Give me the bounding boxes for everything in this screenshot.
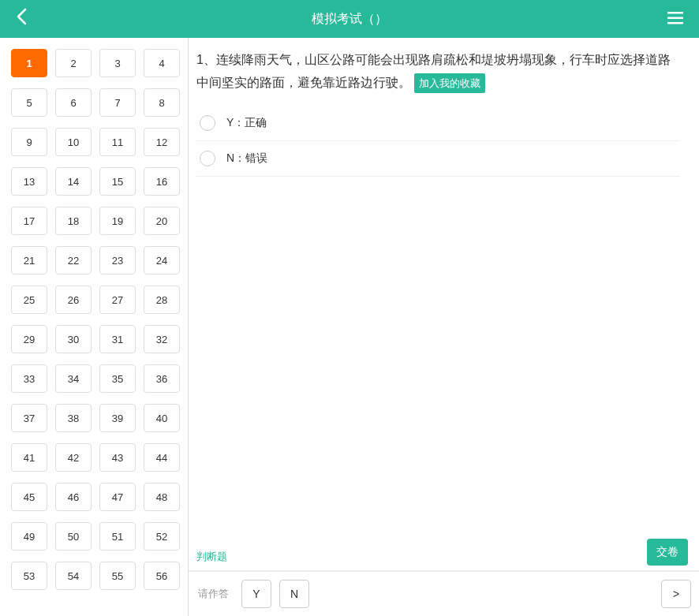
question-nav-1[interactable]: 1 bbox=[11, 49, 47, 77]
question-nav-11[interactable]: 11 bbox=[99, 128, 136, 156]
question-nav-34[interactable]: 34 bbox=[55, 364, 92, 393]
submit-button[interactable]: 交卷 bbox=[647, 539, 688, 566]
question-nav-14[interactable]: 14 bbox=[55, 167, 92, 196]
question-nav-41[interactable]: 41 bbox=[11, 443, 47, 472]
main: 1234567891011121314151617181920212223242… bbox=[0, 38, 699, 616]
question-nav-47[interactable]: 47 bbox=[99, 483, 136, 511]
question-type-label: 判断题 bbox=[189, 543, 699, 571]
question-nav-20[interactable]: 20 bbox=[144, 207, 180, 235]
question-nav-21[interactable]: 21 bbox=[11, 246, 47, 274]
radio-icon bbox=[200, 115, 215, 131]
question-nav-29[interactable]: 29 bbox=[11, 325, 47, 353]
question-nav-26[interactable]: 26 bbox=[55, 286, 92, 314]
question-nav-30[interactable]: 30 bbox=[55, 325, 92, 353]
question-nav-40[interactable]: 40 bbox=[144, 404, 180, 432]
question-nav-53[interactable]: 53 bbox=[11, 562, 47, 590]
question-nav-5[interactable]: 5 bbox=[11, 88, 47, 117]
question-nav-43[interactable]: 43 bbox=[99, 443, 136, 472]
question-nav-32[interactable]: 32 bbox=[144, 325, 180, 353]
question-nav-6[interactable]: 6 bbox=[55, 88, 92, 117]
question-nav-33[interactable]: 33 bbox=[11, 364, 47, 393]
answer-prompt: 请作答 bbox=[196, 587, 229, 601]
answer-footer: 请作答 YN > bbox=[189, 571, 699, 616]
question-nav-8[interactable]: 8 bbox=[144, 88, 180, 117]
options-list: Y：正确N：错误 bbox=[196, 106, 680, 177]
option-Y[interactable]: Y：正确 bbox=[196, 106, 680, 141]
question-nav-28[interactable]: 28 bbox=[144, 286, 180, 314]
question-nav-2[interactable]: 2 bbox=[55, 49, 92, 77]
question-nav-4[interactable]: 4 bbox=[144, 49, 180, 77]
question-nav-27[interactable]: 27 bbox=[99, 286, 136, 314]
question-nav-56[interactable]: 56 bbox=[144, 562, 180, 590]
question-nav-38[interactable]: 38 bbox=[55, 404, 92, 432]
question-nav-18[interactable]: 18 bbox=[55, 207, 92, 235]
question-nav-7[interactable]: 7 bbox=[99, 88, 136, 117]
question-nav-50[interactable]: 50 bbox=[55, 522, 92, 551]
question-nav-17[interactable]: 17 bbox=[11, 207, 47, 235]
menu-button[interactable] bbox=[667, 12, 683, 27]
question-nav-51[interactable]: 51 bbox=[99, 522, 136, 551]
question-nav-55[interactable]: 55 bbox=[99, 562, 136, 590]
question-nav-25[interactable]: 25 bbox=[11, 286, 47, 314]
question-nav-42[interactable]: 42 bbox=[55, 443, 92, 472]
question-nav-48[interactable]: 48 bbox=[144, 483, 180, 511]
question-nav-45[interactable]: 45 bbox=[11, 483, 47, 511]
question-nav-9[interactable]: 9 bbox=[11, 128, 47, 156]
option-label: Y：正确 bbox=[226, 116, 267, 130]
answer-button-N[interactable]: N bbox=[279, 580, 309, 608]
question-nav-sidebar[interactable]: 1234567891011121314151617181920212223242… bbox=[0, 38, 188, 616]
back-button[interactable] bbox=[16, 8, 32, 30]
question-nav-23[interactable]: 23 bbox=[99, 246, 136, 274]
question-text: 1、连续降雨天气，山区公路可能会出现路肩疏松和堤坡坍塌现象，行车时应选择道路中间… bbox=[196, 49, 680, 95]
page-title: 模拟考试（） bbox=[312, 11, 387, 28]
svg-rect-0 bbox=[667, 12, 683, 14]
question-nav-31[interactable]: 31 bbox=[99, 325, 136, 353]
question-nav-44[interactable]: 44 bbox=[144, 443, 180, 472]
option-label: N：错误 bbox=[226, 151, 267, 166]
svg-rect-2 bbox=[667, 22, 683, 24]
question-nav-22[interactable]: 22 bbox=[55, 246, 92, 274]
question-nav-13[interactable]: 13 bbox=[11, 167, 47, 196]
question-nav-19[interactable]: 19 bbox=[99, 207, 136, 235]
next-button[interactable]: > bbox=[661, 580, 691, 608]
header: 模拟考试（） bbox=[0, 0, 699, 38]
question-nav-15[interactable]: 15 bbox=[99, 167, 136, 196]
option-N[interactable]: N：错误 bbox=[196, 141, 680, 177]
question-nav-37[interactable]: 37 bbox=[11, 404, 47, 432]
question-nav-35[interactable]: 35 bbox=[99, 364, 136, 393]
question-nav-49[interactable]: 49 bbox=[11, 522, 47, 551]
content-area: 1、连续降雨天气，山区公路可能会出现路肩疏松和堤坡坍塌现象，行车时应选择道路中间… bbox=[188, 38, 699, 616]
question-nav-24[interactable]: 24 bbox=[144, 246, 180, 274]
question-body: 1、连续降雨天气，山区公路可能会出现路肩疏松和堤坡坍塌现象，行车时应选择道路中间… bbox=[189, 38, 699, 543]
question-nav-52[interactable]: 52 bbox=[144, 522, 180, 551]
favorite-button[interactable]: 加入我的收藏 bbox=[414, 73, 485, 93]
radio-icon bbox=[200, 151, 215, 166]
answer-button-Y[interactable]: Y bbox=[241, 580, 271, 608]
question-nav-36[interactable]: 36 bbox=[144, 364, 180, 393]
question-nav-3[interactable]: 3 bbox=[99, 49, 136, 77]
question-nav-16[interactable]: 16 bbox=[144, 167, 180, 196]
question-nav-10[interactable]: 10 bbox=[55, 128, 92, 156]
question-number: 1、 bbox=[196, 53, 216, 66]
question-nav-46[interactable]: 46 bbox=[55, 483, 92, 511]
question-nav-12[interactable]: 12 bbox=[144, 128, 180, 156]
question-nav-54[interactable]: 54 bbox=[55, 562, 92, 590]
question-nav-39[interactable]: 39 bbox=[99, 404, 136, 432]
svg-rect-1 bbox=[667, 17, 683, 19]
